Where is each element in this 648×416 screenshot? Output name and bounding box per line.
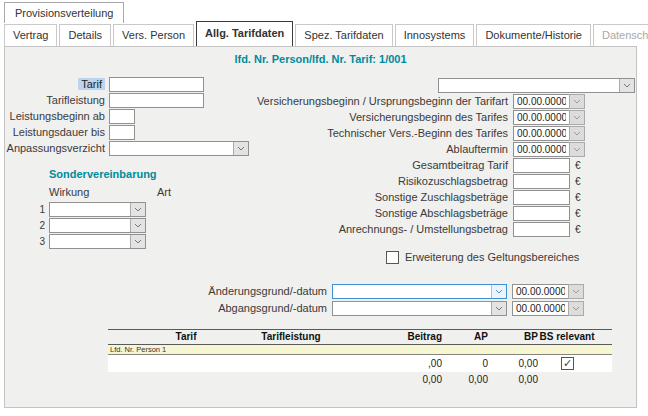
sonstige-abschlaege-label: Sonstige Abschlagsbeträge	[145, 206, 508, 221]
aenderungsgrund-select[interactable]	[332, 284, 507, 299]
sonstige-abschlaege-row: Sonstige Abschlagsbeträge €	[5, 206, 636, 222]
tab-vertrag[interactable]: Vertrag	[4, 24, 57, 46]
sonstige-zuschlaege-input[interactable]	[513, 190, 570, 205]
erweiterung-checkbox[interactable]	[386, 251, 399, 264]
risikozuschlag-input[interactable]	[513, 174, 570, 189]
tab-bar-level1: Provisionsverteilung	[4, 2, 124, 23]
chevron-down-icon[interactable]	[619, 79, 634, 92]
sonstige-zuschlaege-label: Sonstige Zuschlagsbeträge	[145, 190, 508, 205]
gesamtbeitrag-row: Gesamtbeitrag Tarif €	[5, 158, 636, 174]
table-header-row: Tarif Tarifleistung Beitrag AP BP BS rel…	[108, 329, 612, 345]
anrechnungsbetrag-label: Anrechnungs- / Umstellungsbetrag	[145, 222, 508, 237]
ablauftermin-label: Ablauftermin	[145, 142, 508, 157]
versbeginn-tarif-label: Versicherungsbeginn des Tarifes	[145, 110, 508, 125]
erweiterung-row: Erweiterung des Geltungsbereiches	[5, 251, 636, 265]
date-dropdown-icon[interactable]	[569, 126, 585, 141]
euro-sign: €	[575, 206, 581, 221]
versbeginn-tarifart-date-input[interactable]	[513, 94, 570, 109]
tarif-table: Tarif Tarifleistung Beitrag AP BP BS rel…	[108, 329, 612, 387]
tab-innosystems[interactable]: Innosystems	[395, 24, 475, 46]
euro-sign: €	[575, 158, 581, 173]
gesamtbeitrag-label: Gesamtbeitrag Tarif	[145, 158, 508, 173]
risikozuschlag-label: Risikozuschlagsbetrag	[145, 174, 508, 189]
anrechnungsbetrag-row: Anrechnungs- / Umstellungsbetrag €	[5, 222, 636, 238]
sonstige-abschlaege-input[interactable]	[513, 206, 570, 221]
techn-versbeginn-date-input[interactable]	[513, 126, 570, 141]
tab-dokumente-historie[interactable]: Dokumente/Historie	[476, 24, 591, 46]
header-tarifleistung: Tarifleistung	[214, 330, 368, 344]
tab-datenschutz: Datenschutz	[593, 24, 648, 46]
ablauftermin-row: Ablauftermin	[5, 142, 636, 158]
tab-spez-tarifdaten[interactable]: Spez. Tarifdaten	[295, 24, 392, 46]
abgangsgrund-row: Abgangsgrund/-datum	[5, 301, 636, 317]
versbeginn-tarif-row: Versicherungsbeginn des Tarifes	[5, 110, 636, 126]
date-dropdown-icon[interactable]	[569, 142, 585, 157]
euro-sign: €	[575, 190, 581, 205]
risikozuschlag-row: Risikozuschlagsbetrag €	[5, 174, 636, 190]
vertragsform-select[interactable]	[438, 78, 635, 93]
cell-bp: 0,00	[464, 355, 538, 372]
tab-provisionsverteilung[interactable]: Provisionsverteilung	[4, 2, 124, 23]
vertragsform-row: Vertragsform	[5, 78, 636, 94]
erweiterung-label: Erweiterung des Geltungsbereiches	[405, 251, 579, 264]
bs-relevant-checkbox[interactable]	[561, 357, 574, 370]
techn-versbeginn-label: Technischer Vers.-Beginn des Tarifes	[145, 126, 508, 141]
table-row[interactable]: ,00 0 0,00	[108, 355, 612, 372]
aenderungsgrund-row: Änderungsgrund/-datum	[5, 284, 636, 300]
abgangsgrund-select[interactable]	[332, 301, 507, 316]
euro-sign: €	[575, 174, 581, 189]
tab-bar-level2: Vertrag Details Vers. Person Allg. Tarif…	[4, 25, 648, 46]
versbeginn-tarifart-row: Versicherungsbeginn / Ursprungsbeginn de…	[5, 94, 636, 110]
euro-sign: €	[575, 222, 581, 237]
versbeginn-tarif-date-input[interactable]	[513, 110, 570, 125]
date-dropdown-icon[interactable]	[569, 94, 585, 109]
tab-details[interactable]: Details	[59, 24, 111, 46]
gesamtbeitrag-input[interactable]	[513, 158, 570, 173]
date-dropdown-icon[interactable]	[568, 284, 584, 299]
tab-allg-tarifdaten[interactable]: Allg. Tarifdaten	[196, 21, 293, 46]
abgangsdatum-input[interactable]	[512, 301, 569, 316]
total-bp: 0,00	[464, 372, 538, 387]
date-dropdown-icon[interactable]	[569, 110, 585, 125]
versbeginn-tarifart-label: Versicherungsbeginn / Ursprungsbeginn de…	[145, 94, 508, 109]
aenderungsgrund-label: Änderungsgrund/-datum	[105, 284, 327, 299]
table-group-row: Lfd. Nr. Person 1	[108, 345, 612, 355]
ablauftermin-date-input[interactable]	[513, 142, 570, 157]
aenderungsdatum-input[interactable]	[512, 284, 569, 299]
tab-vers-person[interactable]: Vers. Person	[113, 24, 194, 46]
page-title: lfd. Nr. Person/lfd. Nr. Tarif: 1/001	[5, 53, 636, 65]
chevron-down-icon[interactable]	[491, 302, 506, 315]
abgangsgrund-label: Abgangsgrund/-datum	[105, 301, 327, 316]
anrechnungsbetrag-input[interactable]	[513, 222, 570, 237]
chevron-down-icon[interactable]	[491, 285, 506, 298]
sonstige-zuschlaege-row: Sonstige Zuschlagsbeträge €	[5, 190, 636, 206]
table-totals-row: 0,00 0,00 0,00	[108, 372, 612, 387]
allg-tarifdaten-panel: lfd. Nr. Person/lfd. Nr. Tarif: 1/001 Ta…	[4, 46, 637, 408]
header-bs-relevant: BS relevant	[522, 330, 612, 344]
date-dropdown-icon[interactable]	[568, 301, 584, 316]
techn-versbeginn-row: Technischer Vers.-Beginn des Tarifes	[5, 126, 636, 142]
application-window: Provisionsverteilung Vertrag Details Ver…	[0, 0, 648, 416]
